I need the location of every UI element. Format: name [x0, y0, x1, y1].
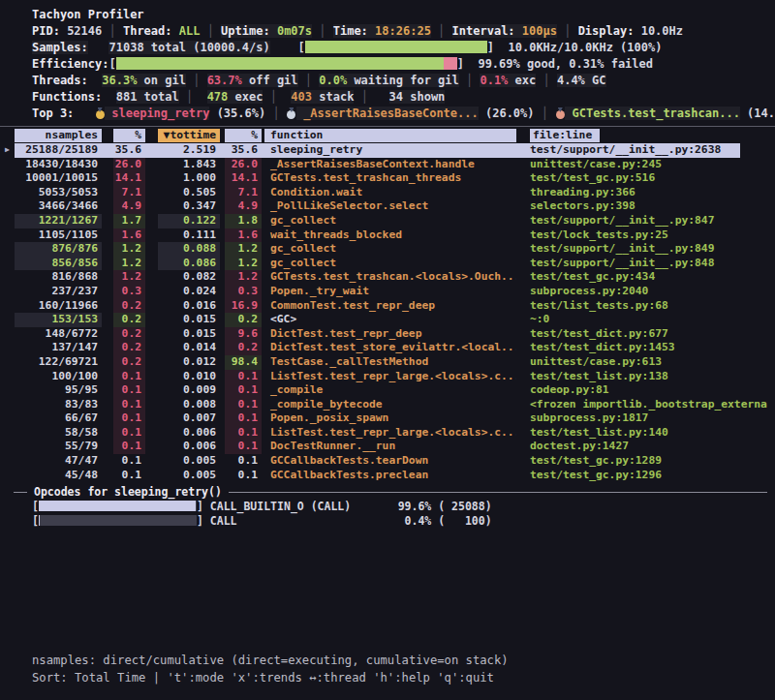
table-row[interactable]: 55/790.10.0060.1DocTestRunner.__rundocte… — [0, 440, 775, 454]
table-row[interactable]: 137/1470.20.0140.2DictTest.test_store_ev… — [0, 341, 775, 355]
cell-gap — [516, 426, 524, 441]
table-row[interactable]: 10001/1001514.11.00014.1GCTests.test_tra… — [0, 171, 775, 186]
threads-line: Threads: 36.3% on gil │ 63.7% off gil │ … — [0, 73, 775, 89]
cell-gap — [0, 454, 15, 469]
cell-fn: DocTestRunner.__run — [264, 440, 516, 454]
table-row[interactable]: 153/1530.20.0150.2<GC>~:0 — [0, 313, 775, 327]
table-row[interactable]: 18430/1843026.01.84326.0_AssertRaisesBas… — [0, 158, 775, 172]
opcode-stats: 99.6% ( 25088) — [398, 500, 492, 513]
cell-fn: CommonTest.test_repr_deep — [264, 299, 516, 314]
text — [270, 41, 298, 54]
selection-arrow-icon: ▶ — [5, 143, 10, 158]
table-row-selected[interactable]: ▶25188/2518935.62.51935.6sleeping_retryt… — [0, 143, 775, 158]
cell-gap — [516, 228, 524, 243]
cell-file: threading.py:366 — [524, 186, 775, 200]
functions-stack: 403 — [291, 90, 312, 104]
text: │ — [459, 74, 480, 87]
col-header-p2[interactable]: % — [225, 129, 262, 142]
cell-file: subprocess.py:1817 — [524, 411, 775, 426]
cell-p1: 0.1 — [113, 469, 145, 483]
text: exec — [228, 90, 263, 104]
cell-p2: 0.1 — [225, 370, 262, 384]
table-row[interactable]: 237/2370.30.0240.3Popen._try_waitsubproc… — [0, 285, 775, 299]
table-row[interactable]: 816/8681.20.0821.2GCTests.test_trashcan.… — [0, 270, 775, 285]
table-row[interactable]: 66/670.10.0070.1Popen._posix_spawnsubpro… — [0, 411, 775, 426]
col-header-label[interactable]: file:line — [530, 129, 600, 142]
cell-gap — [145, 411, 158, 426]
text: Interval: — [452, 24, 522, 38]
table-row[interactable]: 3466/34664.90.3474.9_PollLikeSelector.se… — [0, 199, 775, 214]
cell-fn: _compile_bytecode — [264, 398, 516, 412]
cell-p2: 26.0 — [225, 158, 262, 172]
cell-tot: 0.015 — [158, 313, 220, 327]
cell-gap — [516, 242, 524, 257]
cell-gap — [0, 228, 15, 243]
samples-total-value: 71038 total (10000.4/s) — [108, 41, 269, 54]
cell-gap — [102, 242, 113, 257]
opcode-bar-bracket: ] — [197, 500, 210, 513]
col-header-tot[interactable]: ▼tottime — [158, 129, 220, 142]
table-row[interactable]: 83/830.10.0080.1_compile_bytecode<frozen… — [0, 398, 775, 412]
silver-medal-icon — [287, 107, 296, 119]
table-row[interactable]: 47/470.10.0050.1GCCallbackTests.tearDown… — [0, 454, 775, 469]
cell-gap — [145, 214, 158, 228]
col-header-file[interactable]: file:line — [524, 129, 775, 142]
table-row[interactable]: 856/8561.20.0861.2gc_collecttest/support… — [0, 257, 775, 271]
cell-file: test/support/__init__.py:2638 — [524, 143, 775, 158]
text: │ — [535, 107, 556, 120]
thread-value: ALL — [179, 24, 201, 38]
cell-gap — [145, 186, 158, 200]
efficiency-line: Efficiency:[] 99.69% good, 0.31% failed — [0, 56, 775, 73]
app-title: Tachyon Profiler — [0, 7, 775, 23]
keybinding-hints: Sort: Total Time | 't':mode 'x':trends ↔… — [0, 670, 775, 687]
col-header-fn[interactable]: function — [264, 129, 516, 142]
table-row[interactable]: 5053/50537.10.5057.1Condition.waitthread… — [0, 186, 775, 200]
col-header-p1[interactable]: % — [113, 129, 145, 142]
cell-gap — [516, 186, 524, 200]
table-row[interactable]: 160/119660.20.01616.9CommonTest.test_rep… — [0, 299, 775, 314]
cell-p1: 0.3 — [113, 285, 145, 299]
cell-p1: 4.9 — [113, 199, 145, 214]
pid-value: 52146 — [67, 24, 102, 38]
table-row[interactable]: 58/580.10.0060.1ListTest.test_repr_large… — [0, 426, 775, 441]
cell-p1: 0.1 — [113, 383, 145, 398]
cell-gap — [516, 469, 524, 483]
cell-p1: 1.6 — [113, 228, 145, 243]
table-row[interactable]: 122/697210.20.01298.4TestCase._callTestM… — [0, 355, 775, 370]
cell-file: test/test_gc.py:1296 — [524, 469, 775, 483]
cell-p1: 7.1 — [113, 186, 145, 200]
cell-fn: gc_collect — [264, 257, 516, 271]
time-value: 18:26:25 — [375, 24, 431, 38]
cell-p2: 7.1 — [225, 186, 262, 200]
cell-p2: 9.6 — [225, 327, 262, 342]
table-row[interactable]: 100/1000.10.0100.1ListTest.test_repr_lar… — [0, 370, 775, 384]
text: │ — [200, 24, 221, 38]
table-row[interactable]: 148/67720.20.0159.6DictTest.test_repr_de… — [0, 327, 775, 342]
exc-pct: 0.1% — [480, 74, 508, 87]
cell-p1: 0.2 — [113, 313, 145, 327]
table-row[interactable]: 876/8761.20.0881.2gc_collecttest/support… — [0, 242, 775, 257]
cell-p2: 14.1 — [225, 171, 262, 186]
cell-gap — [0, 426, 15, 441]
col-header-ns[interactable]: nsamples — [15, 129, 102, 142]
cell-gap — [145, 143, 158, 158]
cell-ns: 10001/10015 — [15, 171, 102, 186]
table-row[interactable]: 95/950.10.0090.1_compilecodeop.py:81 — [0, 383, 775, 398]
text: exc — [508, 74, 536, 87]
cell-file: test/test_gc.py:516 — [524, 171, 775, 186]
cell-ns: 137/147 — [15, 341, 102, 355]
text: Time: — [333, 24, 375, 38]
cell-gap — [145, 370, 158, 384]
table-row[interactable]: 1221/12671.70.1221.8gc_collecttest/suppo… — [0, 214, 775, 228]
table-row[interactable]: 45/480.10.0050.1GCCallbackTests.preclean… — [0, 469, 775, 483]
cell-file: doctest.py:1427 — [524, 440, 775, 454]
opcodes-title: Opcodes for sleeping_retry() — [27, 485, 229, 499]
table-row[interactable]: 1105/11051.60.1111.6wait_threads_blocked… — [0, 228, 775, 243]
header-section: Tachyon Profiler PID: 52146 │ Thread: AL… — [0, 7, 775, 122]
cell-gap — [516, 398, 524, 412]
column-gap — [102, 129, 113, 143]
cell-gap — [145, 299, 158, 314]
cell-gap — [102, 186, 113, 200]
cell-file: test/test_dict.py:677 — [524, 327, 775, 342]
cell-gap — [516, 454, 524, 469]
